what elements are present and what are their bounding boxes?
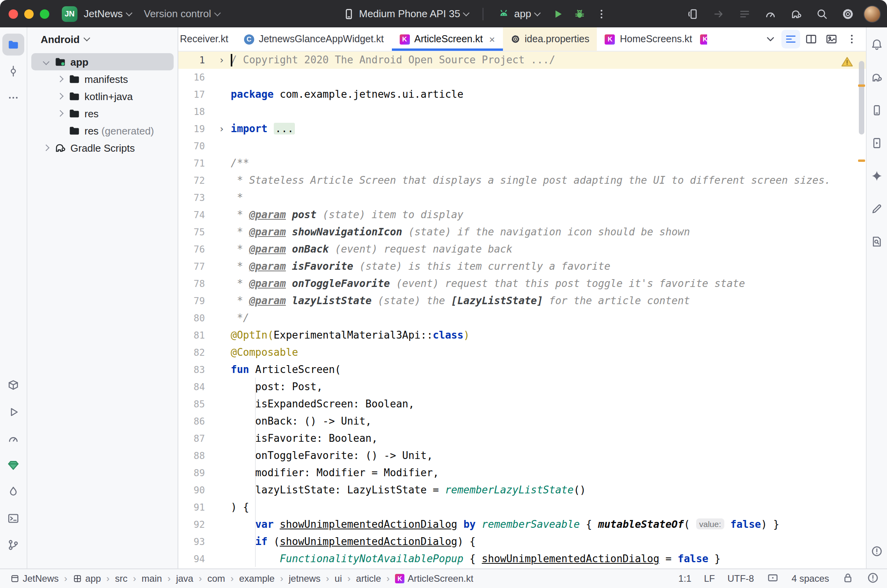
tab-receiver-kt[interactable]: Receiver.kt	[178, 27, 236, 51]
code-line-73[interactable]: 73 *	[178, 189, 866, 206]
breadcrumb-item-src[interactable]: src	[115, 573, 127, 584]
breadcrumb-item-jetnews[interactable]: JetNews	[10, 573, 59, 584]
fold-region-icon[interactable]: ›	[205, 52, 231, 69]
chevron-right-icon[interactable]	[54, 94, 66, 99]
line-number[interactable]: 80	[178, 310, 205, 327]
line-number[interactable]: 84	[178, 378, 205, 396]
tree-item-kotlin-java[interactable]: kotlin+java	[31, 88, 174, 105]
user-avatar[interactable]	[864, 5, 881, 22]
editor-options-button[interactable]	[842, 30, 861, 48]
line-number[interactable]: 17	[178, 86, 205, 103]
tab-clipped[interactable]: K	[700, 27, 707, 51]
code-line-83[interactable]: 83fun ArticleScreen(	[178, 361, 866, 378]
chevron-right-icon[interactable]	[40, 145, 52, 150]
line-number[interactable]: 87	[178, 430, 205, 447]
code-line-76[interactable]: 76 * @param onBack (event) request navig…	[178, 241, 866, 258]
code-line-81[interactable]: 81@OptIn(ExperimentalMaterial3Api::class…	[178, 327, 866, 344]
chevron-down-icon[interactable]	[40, 59, 52, 64]
gemini-button[interactable]	[867, 167, 886, 185]
device-streaming-button[interactable]	[683, 4, 703, 24]
fold-region-icon[interactable]: ›	[205, 120, 231, 138]
resource-manager-button[interactable]	[2, 454, 24, 476]
search-button[interactable]	[812, 4, 832, 24]
line-number[interactable]: 74	[178, 206, 205, 224]
code-line-85[interactable]: 85 isExpandedScreen: Boolean,	[178, 396, 866, 413]
line-number[interactable]: 81	[178, 327, 205, 344]
line-number[interactable]: 82	[178, 344, 205, 361]
line-number[interactable]: 71	[178, 155, 205, 172]
code-line-1[interactable]: 1›/ Copyright 2020 The Android Open Sour…	[178, 52, 866, 69]
line-number[interactable]: 88	[178, 447, 205, 464]
breadcrumb-item-jetnews[interactable]: jetnews	[289, 573, 320, 584]
project-view-selector[interactable]: Android	[27, 27, 178, 51]
lock-button[interactable]	[842, 571, 854, 586]
code-line-17[interactable]: 17package com.example.jetnews.ui.article	[178, 86, 866, 103]
profiler-tool-button[interactable]	[2, 428, 24, 450]
terminal-button[interactable]	[2, 507, 24, 529]
code-line-18[interactable]: 18	[178, 103, 866, 120]
code-line-92[interactable]: 92 var showUnimplementedActionDialog by …	[178, 516, 866, 533]
run-configuration[interactable]: app	[492, 4, 546, 24]
code-line-94[interactable]: 94 FunctionalityNotAvailablePopup { show…	[178, 550, 866, 568]
indent-style[interactable]: 4 spaces	[792, 573, 829, 584]
close-tab-icon[interactable]: ×	[489, 33, 495, 45]
code-line-19[interactable]: 19›import ...	[178, 120, 866, 138]
tree-item-manifests[interactable]: manifests	[31, 70, 174, 88]
task-list-button[interactable]	[734, 4, 755, 24]
tree-item-res[interactable]: res (generated)	[31, 122, 174, 139]
code-editor[interactable]: 1›/ Copyright 2020 The Android Open Sour…	[178, 52, 866, 568]
widget-button[interactable]	[767, 571, 779, 586]
line-number[interactable]: 94	[178, 550, 205, 568]
breadcrumb-item-example[interactable]: example	[239, 573, 275, 584]
hidden-tabs-button[interactable]	[761, 30, 780, 48]
warning-stripe-mark[interactable]	[858, 84, 865, 87]
code-line-80[interactable]: 80 */	[178, 310, 866, 327]
close-window-button[interactable]	[9, 9, 18, 18]
line-number[interactable]: 92	[178, 516, 205, 533]
breadcrumb-item-ui[interactable]: ui	[335, 573, 342, 584]
breadcrumb-item-java[interactable]: java	[176, 573, 193, 584]
commit-button[interactable]	[2, 60, 24, 82]
vcs-menu[interactable]: Version control	[138, 4, 226, 24]
problems-button[interactable]	[867, 542, 886, 561]
device-selector[interactable]: Medium Phone API 35	[336, 4, 475, 24]
build-variants-button[interactable]	[2, 375, 24, 396]
tree-item-app[interactable]: app	[31, 53, 174, 70]
insights-button[interactable]	[2, 481, 24, 503]
tree-item-res[interactable]: res	[31, 105, 174, 122]
forward-arrow-button[interactable]	[709, 4, 729, 24]
breadcrumb-item-main[interactable]: main	[142, 573, 162, 584]
code-line-70[interactable]: 70	[178, 138, 866, 155]
code-line-79[interactable]: 79 * @param lazyListState (state) the [L…	[178, 292, 866, 310]
settings-button[interactable]	[838, 4, 858, 24]
ui-check-button[interactable]	[867, 199, 886, 218]
line-number[interactable]: 93	[178, 533, 205, 550]
line-number[interactable]: 90	[178, 482, 205, 499]
notifications-button[interactable]	[867, 35, 886, 54]
tab-jetnewsglanceappwidget-kt[interactable]: CJetnewsGlanceAppWidget.kt	[236, 27, 392, 51]
design-view-button[interactable]	[822, 30, 841, 48]
debug-button[interactable]	[569, 4, 590, 24]
gradle-sync-button[interactable]	[786, 4, 806, 24]
code-line-71[interactable]: 71/**	[178, 155, 866, 172]
line-number[interactable]: 19	[178, 120, 205, 138]
project-menu[interactable]: JetNews	[77, 4, 138, 24]
tab-homescreens-kt[interactable]: KHomeScreens.kt	[597, 27, 700, 51]
line-number[interactable]: 83	[178, 361, 205, 378]
gradle-button[interactable]	[867, 68, 886, 87]
warning-stripe-mark[interactable]	[858, 160, 865, 162]
line-number[interactable]: 72	[178, 172, 205, 189]
line-number[interactable]: 73	[178, 189, 205, 206]
breadcrumb-item-app[interactable]: app	[73, 573, 101, 584]
run-button[interactable]	[2, 401, 24, 423]
line-number[interactable]: 91	[178, 499, 205, 516]
line-number[interactable]: 75	[178, 224, 205, 241]
line-number[interactable]: 86	[178, 413, 205, 430]
running-devices-button[interactable]	[867, 134, 886, 152]
code-line-87[interactable]: 87 isFavorite: Boolean,	[178, 430, 866, 447]
code-line-77[interactable]: 77 * @param isFavorite (state) is this i…	[178, 258, 866, 275]
line-number[interactable]: 76	[178, 241, 205, 258]
line-separator[interactable]: LF	[704, 573, 715, 584]
code-view-button[interactable]	[781, 30, 800, 48]
find-button[interactable]	[867, 232, 886, 251]
